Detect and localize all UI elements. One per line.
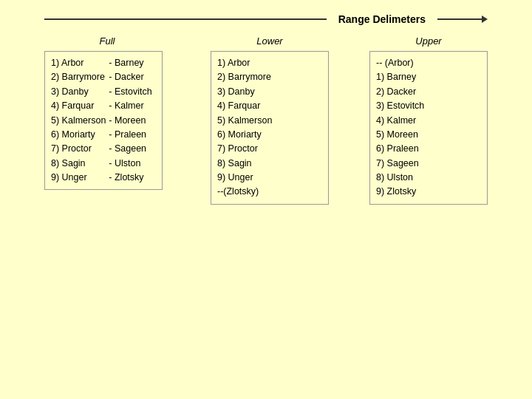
list-item: 8) Sagin	[51, 157, 106, 171]
list-item: 1) Arbor	[51, 56, 106, 70]
full-two-col: 1) Arbor2) Barrymore3) Danby4) Farquar5)…	[51, 56, 156, 185]
list-item: 5) Moreen	[376, 128, 481, 142]
list-item: 7) Sageen	[376, 157, 481, 171]
list-item: --(Zlotsky)	[217, 185, 322, 199]
list-item: - Dacker	[109, 70, 151, 84]
arrow-head-icon	[482, 16, 488, 23]
list-item: 3) Danby	[51, 85, 106, 99]
list-item: 8) Ulston	[376, 171, 481, 185]
list-item: - Ulston	[109, 157, 151, 171]
full-col-left: 1) Arbor2) Barrymore3) Danby4) Farquar5)…	[51, 56, 106, 185]
header-line-right	[437, 18, 482, 20]
list-item: 6) Moriarty	[217, 128, 322, 142]
list-item: 7) Proctor	[51, 142, 106, 156]
list-item: 3) Estovitch	[376, 99, 481, 113]
page-container: Range Delimeters Full 1) Arbor2) Barrymo…	[0, 0, 532, 399]
list-item: - Zlotsky	[109, 171, 151, 185]
header-title: Range Delimeters	[327, 13, 437, 25]
upper-column-header: Upper	[369, 35, 488, 47]
list-item: - Praleen	[109, 128, 151, 142]
header-arrow	[437, 16, 488, 23]
list-item: 2) Dacker	[376, 85, 481, 99]
lower-column: Lower 1) Arbor2) Barrymore3) Danby4) Far…	[211, 35, 329, 205]
columns-wrapper: Full 1) Arbor2) Barrymore3) Danby4) Farq…	[44, 35, 488, 205]
list-item: - Kalmer	[109, 99, 151, 113]
full-column-box: 1) Arbor2) Barrymore3) Danby4) Farquar5)…	[44, 51, 163, 190]
list-item: 9) Zlotsky	[376, 185, 481, 199]
header-line-left	[44, 18, 327, 20]
list-item: - Estovitch	[109, 85, 151, 99]
full-col-right: - Barney- Dacker- Estovitch- Kalmer- Mor…	[109, 56, 151, 185]
list-item: - Barney	[109, 56, 151, 70]
list-item: 4) Farquar	[217, 99, 322, 113]
upper-column-box: -- (Arbor)1) Barney2) Dacker3) Estovitch…	[369, 51, 488, 205]
list-item: 6) Moriarty	[51, 128, 106, 142]
list-item: 1) Barney	[376, 70, 481, 84]
list-item: 9) Unger	[217, 171, 322, 185]
upper-column: Upper -- (Arbor)1) Barney2) Dacker3) Est…	[369, 35, 488, 205]
lower-column-box: 1) Arbor2) Barrymore3) Danby4) Farquar5)…	[211, 51, 329, 205]
list-item: -- (Arbor)	[376, 56, 481, 70]
list-item: 4) Kalmer	[376, 114, 481, 128]
list-item: 7) Proctor	[217, 142, 322, 156]
full-column-header: Full	[44, 35, 170, 47]
list-item: 2) Barrymore	[217, 70, 322, 84]
list-item: 1) Arbor	[217, 56, 322, 70]
list-item: 5) Kalmerson	[51, 114, 106, 128]
list-item: 8) Sagin	[217, 157, 322, 171]
list-item: 9) Unger	[51, 171, 106, 185]
header-section: Range Delimeters	[44, 13, 488, 25]
full-column: Full 1) Arbor2) Barrymore3) Danby4) Farq…	[44, 35, 170, 190]
list-item: - Moreen	[109, 114, 151, 128]
list-item: 4) Farquar	[51, 99, 106, 113]
lower-column-header: Lower	[211, 35, 329, 47]
list-item: 6) Praleen	[376, 142, 481, 156]
list-item: 2) Barrymore	[51, 70, 106, 84]
list-item: 5) Kalmerson	[217, 114, 322, 128]
list-item: - Sageen	[109, 142, 151, 156]
list-item: 3) Danby	[217, 85, 322, 99]
